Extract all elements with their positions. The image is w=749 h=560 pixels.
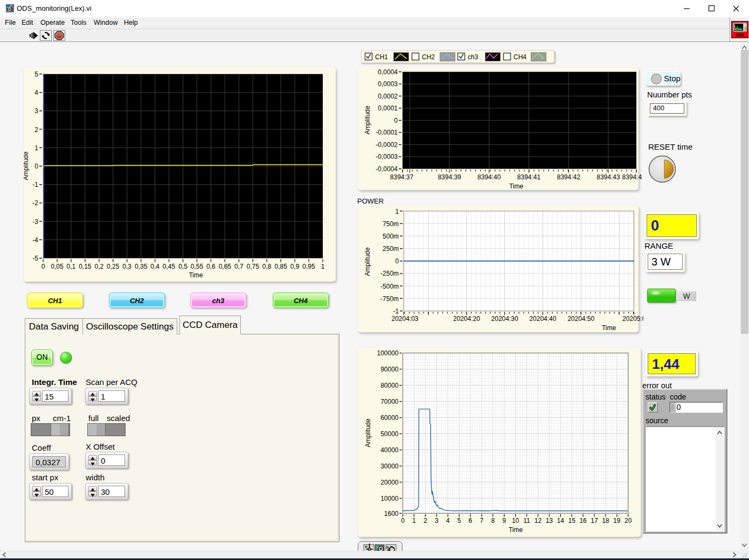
svg-text:0: 0	[394, 117, 398, 124]
svg-text:CH4: CH4	[514, 53, 526, 61]
svg-text:Amplitude: Amplitude	[364, 247, 371, 276]
svg-text:CH1: CH1	[375, 53, 388, 61]
svg-text:0: 0	[34, 163, 38, 170]
svg-text:8: 8	[491, 517, 495, 524]
svg-text:Time: Time	[189, 271, 203, 279]
svg-text:Time: Time	[602, 324, 616, 332]
svg-text:20204:03: 20204:03	[391, 315, 418, 323]
svg-text:0: 0	[41, 263, 45, 270]
svg-text:ODS: ODS	[736, 33, 744, 38]
svg-text:20204:50: 20204:50	[567, 315, 594, 323]
svg-text:14: 14	[557, 517, 565, 524]
svg-text:60000: 60000	[380, 414, 399, 422]
svg-text:8394:4: 8394:4	[622, 173, 642, 181]
svg-text:90000: 90000	[380, 366, 399, 373]
svg-text:-0,0003: -0,0003	[376, 153, 398, 160]
svg-text:20: 20	[625, 517, 632, 524]
svg-text:9: 9	[502, 517, 506, 524]
svg-text:20204:30: 20204:30	[491, 315, 518, 323]
svg-text:50000: 50000	[380, 430, 399, 438]
svg-text:8394:43: 8394:43	[597, 173, 620, 181]
svg-text:20204:40: 20204:40	[529, 315, 556, 323]
svg-text:0,35: 0,35	[135, 263, 148, 270]
svg-text:100000: 100000	[377, 349, 398, 357]
svg-text:10: 10	[512, 517, 519, 524]
svg-text:-2: -2	[32, 199, 38, 207]
svg-text:0,1: 0,1	[67, 263, 76, 270]
svg-text:0,0002: 0,0002	[378, 93, 398, 100]
svg-text:0,5: 0,5	[178, 263, 188, 270]
svg-text:-750m: -750m	[380, 295, 399, 303]
svg-text:30000: 30000	[380, 463, 399, 470]
svg-text:2: 2	[34, 126, 38, 134]
svg-text:-0,0001: -0,0001	[376, 129, 398, 136]
svg-text:0,75: 0,75	[247, 263, 260, 270]
svg-text:5: 5	[34, 71, 38, 78]
svg-text:17: 17	[591, 517, 598, 524]
svg-text:18: 18	[602, 517, 609, 524]
svg-text:-0,0002: -0,0002	[376, 141, 398, 149]
svg-text:20204:20: 20204:20	[453, 315, 480, 323]
svg-text:750m: 750m	[383, 220, 399, 228]
svg-text:0,45: 0,45	[163, 263, 176, 270]
svg-text:6: 6	[469, 517, 473, 524]
svg-text:8394:41: 8394:41	[517, 173, 541, 181]
svg-text:10000: 10000	[380, 495, 399, 502]
svg-text:16: 16	[579, 517, 587, 524]
svg-text:20205:0: 20205:0	[622, 315, 643, 323]
svg-text:0,65: 0,65	[219, 263, 232, 270]
svg-text:-4: -4	[32, 236, 38, 244]
svg-text:0,4: 0,4	[150, 263, 159, 270]
svg-text:1: 1	[321, 263, 325, 270]
svg-text:0,15: 0,15	[79, 263, 92, 270]
svg-text:0,85: 0,85	[274, 263, 287, 270]
svg-text:13: 13	[546, 517, 553, 524]
svg-text:-0,0004: -0,0004	[376, 165, 398, 173]
svg-text:Time: Time	[509, 526, 523, 534]
svg-text:0: 0	[401, 517, 405, 524]
svg-text:0,0003: 0,0003	[378, 80, 398, 88]
svg-text:ch3: ch3	[468, 53, 478, 61]
svg-text:7: 7	[480, 517, 484, 524]
svg-text:0,25: 0,25	[107, 263, 120, 270]
svg-text:3: 3	[435, 517, 439, 524]
svg-text:8394:37: 8394:37	[390, 173, 414, 181]
svg-text:1: 1	[395, 208, 399, 215]
svg-text:5: 5	[457, 517, 461, 524]
svg-text:0,3: 0,3	[122, 263, 131, 270]
svg-text:12: 12	[535, 517, 542, 524]
svg-text:0,9: 0,9	[290, 263, 300, 270]
svg-text:Time: Time	[509, 183, 524, 190]
svg-text:Amplitude: Amplitude	[364, 106, 371, 135]
svg-text:0,55: 0,55	[191, 263, 204, 270]
svg-text:8394:39: 8394:39	[438, 173, 461, 181]
svg-text:-3: -3	[32, 218, 38, 226]
svg-text:0,95: 0,95	[302, 263, 315, 270]
svg-text:8394:42: 8394:42	[557, 173, 581, 181]
svg-text:CH2: CH2	[422, 53, 435, 61]
svg-text:0,0001: 0,0001	[378, 104, 398, 112]
svg-text:0,7: 0,7	[234, 263, 244, 270]
svg-text:1600: 1600	[384, 510, 399, 517]
svg-text:0,05: 0,05	[51, 263, 64, 270]
svg-text:11: 11	[523, 517, 530, 524]
svg-text:19: 19	[613, 517, 621, 524]
svg-text:70000: 70000	[380, 398, 399, 405]
svg-text:-250m: -250m	[380, 270, 399, 277]
svg-text:Amplitude: Amplitude	[24, 151, 30, 180]
svg-text:-500m: -500m	[380, 283, 399, 290]
svg-text:80000: 80000	[380, 382, 399, 389]
svg-text:1: 1	[412, 517, 416, 524]
svg-text:3: 3	[34, 107, 38, 115]
svg-text:4: 4	[446, 517, 450, 524]
svg-text:0,0004: 0,0004	[378, 68, 398, 76]
svg-text:8394:40: 8394:40	[477, 173, 501, 181]
svg-text:-1: -1	[32, 181, 38, 188]
svg-text:2: 2	[424, 517, 427, 524]
svg-text:4: 4	[34, 89, 38, 96]
svg-text:-1: -1	[393, 307, 399, 315]
svg-text:0,8: 0,8	[262, 263, 272, 270]
svg-text:40000: 40000	[380, 446, 399, 454]
svg-text:Amplitude: Amplitude	[364, 418, 372, 447]
svg-text:20000: 20000	[380, 479, 399, 486]
